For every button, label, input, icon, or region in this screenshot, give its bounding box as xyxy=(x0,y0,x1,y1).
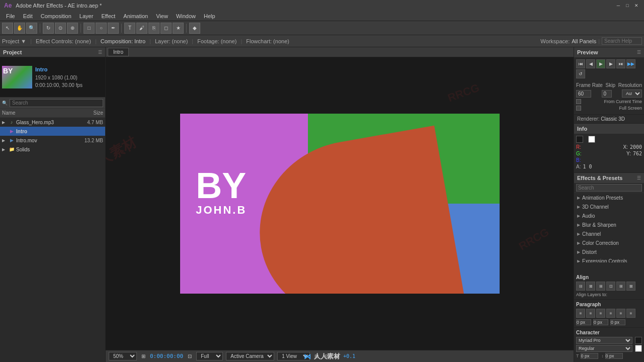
preview-ctrl-btn-1[interactable]: ⊞ xyxy=(140,353,147,359)
loop-btn[interactable]: ↺ xyxy=(576,69,585,78)
app-icon: Ae xyxy=(4,2,12,9)
preview-area[interactable]: 人人素材 RRCG RRCG BY JOHN.B xyxy=(106,57,574,350)
menu-file[interactable]: File xyxy=(2,12,19,20)
effect-blur-sharpen[interactable]: ▶Blur & Sharpen xyxy=(574,220,644,229)
skip-input[interactable] xyxy=(602,90,612,98)
menu-window[interactable]: Window xyxy=(172,12,200,20)
effect-distort[interactable]: ▶Distort xyxy=(574,247,644,256)
menu-animation[interactable]: Animation xyxy=(119,12,152,20)
preview-ctrl-btn-2[interactable]: ⊡ xyxy=(186,353,193,359)
align-center-v-btn[interactable]: ⊞ xyxy=(616,282,625,291)
current-time-display[interactable]: 0:00:00:00 xyxy=(150,353,183,359)
tool-rotate[interactable]: ↻ xyxy=(43,23,54,34)
menu-help[interactable]: Help xyxy=(200,12,219,20)
project-search-input[interactable] xyxy=(10,99,103,107)
tool-clone[interactable]: ⎘ xyxy=(148,23,159,34)
tool-paint[interactable]: 🖌 xyxy=(136,23,147,34)
tool-eraser[interactable]: ◻ xyxy=(160,23,172,34)
effect-color-correction[interactable]: ▶Color Correction xyxy=(574,238,644,247)
first-frame-btn[interactable]: ⏮ xyxy=(576,59,585,68)
para-indent-input-3[interactable] xyxy=(610,319,625,325)
resolution-select[interactable]: Full Half Third xyxy=(196,352,223,360)
para-indent-input-2[interactable] xyxy=(593,319,608,325)
align-left-btn[interactable]: ⊟ xyxy=(576,282,585,291)
align-right-btn[interactable]: ⊞ xyxy=(596,282,605,291)
effect-audio[interactable]: ▶Audio xyxy=(574,211,644,220)
flowchart-label: Flowchart: (none) xyxy=(246,38,289,44)
ram-preview-btn[interactable]: ▶▶ xyxy=(626,59,635,68)
tool-mask-ellipse[interactable]: ○ xyxy=(96,23,107,34)
menu-edit[interactable]: Edit xyxy=(19,12,37,20)
project-menu-icon[interactable]: ☰ xyxy=(98,50,102,55)
menu-composition[interactable]: Composition xyxy=(37,12,75,20)
align-center-h-btn[interactable]: ⊠ xyxy=(586,282,595,291)
search-help-input[interactable] xyxy=(602,37,642,45)
font-family-select[interactable]: Myriad Pro xyxy=(576,337,632,344)
zoom-select[interactable]: 50% 100% 25% xyxy=(109,352,137,360)
maximize-button[interactable]: □ xyxy=(624,2,631,9)
prev-frame-btn[interactable]: ◀ xyxy=(586,59,595,68)
text-color-swatch[interactable] xyxy=(635,337,642,344)
para-align-right[interactable]: ≡ xyxy=(596,309,605,318)
font-size-input[interactable] xyxy=(581,353,598,359)
project-item-solids[interactable]: ▶ 📁 Solids xyxy=(0,145,105,154)
play-btn[interactable]: ▶ xyxy=(596,59,605,68)
project-preview-area: BY Intro 1920 x 1080 (1.00) 0:00:10:00, … xyxy=(0,57,105,98)
effect-3d-channel[interactable]: ▶3D Channel xyxy=(574,202,644,211)
para-indent-input-1[interactable] xyxy=(576,319,591,325)
tool-camera-track[interactable]: ⊕ xyxy=(67,23,78,34)
preview-resolution-select[interactable]: Auto xyxy=(622,89,642,98)
font-style-select[interactable]: Regular xyxy=(576,345,632,352)
tool-puppet[interactable]: ★ xyxy=(173,23,184,34)
preview-panel-menu[interactable]: ☰ xyxy=(637,50,641,55)
project-item-intromov[interactable]: ▶ ▶ Intro.mov 13.2 MB xyxy=(0,136,105,145)
effect-expression-controls[interactable]: ▶Expression Controls xyxy=(574,256,644,262)
tool-camera-orbit[interactable]: ⊙ xyxy=(55,23,66,34)
expand-arrow-3: ▶ xyxy=(2,138,7,143)
tool-shape[interactable]: ◆ xyxy=(189,23,200,34)
tool-pen[interactable]: ✒ xyxy=(108,23,119,34)
text-stroke-swatch[interactable] xyxy=(635,345,642,352)
para-align-center[interactable]: ≡ xyxy=(586,309,595,318)
leading-input[interactable] xyxy=(605,353,623,359)
tool-hand[interactable]: ✋ xyxy=(14,23,25,34)
menu-view[interactable]: View xyxy=(152,12,172,20)
effects-search-input[interactable] xyxy=(576,184,642,192)
align-top-btn[interactable]: ⊡ xyxy=(606,282,615,291)
menu-layer[interactable]: Layer xyxy=(75,12,98,20)
effects-panel-header: Effects & Presets ☰ xyxy=(574,173,644,183)
project-item-glass[interactable]: ▶ ♪ Glass_Hero.mp3 4.7 MB xyxy=(0,118,105,127)
align-bottom-btn[interactable]: ⊠ xyxy=(626,282,635,291)
comp-tab-intro[interactable]: Intro xyxy=(108,48,129,56)
effect-label-2: 3D Channel xyxy=(582,204,609,210)
font-size-row: T ↕ xyxy=(576,353,642,359)
effect-animation-presets[interactable]: ▶Animation Presets xyxy=(574,193,644,202)
tool-text[interactable]: T xyxy=(124,23,135,34)
full-screen-checkbox[interactable] xyxy=(576,106,581,111)
bg-color-swatch[interactable] xyxy=(588,136,595,143)
para-align-left[interactable]: ≡ xyxy=(576,309,585,318)
effect-arrow-4: ▶ xyxy=(577,223,580,227)
effects-panel-menu[interactable]: ☰ xyxy=(637,175,641,180)
tool-zoom[interactable]: 🔍 xyxy=(26,23,37,34)
effect-channel[interactable]: ▶Channel xyxy=(574,229,644,238)
menu-effect[interactable]: Effect xyxy=(97,12,119,20)
project-item-intro[interactable]: ▶ Intro xyxy=(0,127,105,136)
last-frame-btn[interactable]: ⏭ xyxy=(616,59,625,68)
tool-select[interactable]: ↖ xyxy=(2,23,13,34)
tool-mask-rect[interactable]: □ xyxy=(84,23,95,34)
next-frame-btn[interactable]: ▶ xyxy=(606,59,615,68)
camera-select[interactable]: Active Camera xyxy=(226,352,274,360)
expand-arrow-4: ▶ xyxy=(2,147,7,152)
paragraph-align-row: ≡ ≡ ≡ ≡ ≡ ≡ xyxy=(576,309,642,318)
para-justify-3[interactable]: ≡ xyxy=(626,309,635,318)
from-current-checkbox[interactable] xyxy=(576,99,581,104)
effect-label-8: Expression Controls xyxy=(582,258,627,263)
para-justify-2[interactable]: ≡ xyxy=(616,309,625,318)
close-button[interactable]: ✕ xyxy=(633,2,640,9)
preview-panel: Preview ☰ ⏮ ◀ ▶ ▶ ⏭ ▶▶ ↺ Frame Rate Skip xyxy=(574,47,644,115)
minimize-button[interactable]: ─ xyxy=(615,2,622,9)
para-justify-1[interactable]: ≡ xyxy=(606,309,615,318)
frame-rate-input[interactable] xyxy=(576,90,591,98)
fg-color-swatch[interactable] xyxy=(576,136,583,143)
